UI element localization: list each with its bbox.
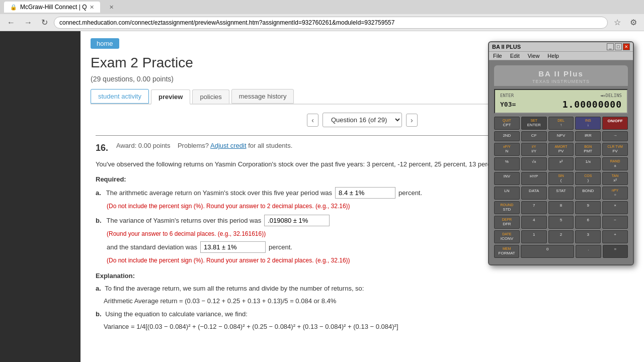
calc-display-screen: Y03= 1.00000000	[500, 99, 622, 110]
part-b-input[interactable]	[264, 215, 330, 226]
adjust-credit-link[interactable]: Adjust credit	[210, 142, 247, 149]
calc-sqrt[interactable]: √x	[521, 157, 547, 170]
tab-message-history[interactable]: message history	[231, 89, 294, 104]
calc-inv[interactable]: INV	[494, 172, 520, 185]
calc-plus[interactable]: +	[602, 230, 628, 243]
calc-hyp[interactable]: HYP	[521, 172, 547, 185]
explanation-a: a. To find the average return, we sum al…	[96, 284, 629, 294]
calc-7[interactable]: 7	[521, 201, 547, 214]
calc-row-8: DEPR DFR 4 5 6 −	[494, 216, 628, 229]
home-button[interactable]: home	[91, 38, 119, 49]
calc-title-buttons: _ □ ✕	[607, 43, 630, 50]
calc-menu-view[interactable]: View	[528, 53, 540, 59]
calc-sin[interactable]: SIN (	[548, 172, 574, 185]
question-select[interactable]: Question 16 (of 29)	[323, 113, 402, 127]
page-area: home Exam 2 Practice (29 questions, 0.00…	[80, 31, 644, 362]
calc-title: BA II PLUS	[492, 44, 521, 50]
calc-ln[interactable]: LN	[494, 187, 520, 200]
calc-depr[interactable]: DEPR DFR	[494, 216, 520, 229]
tab-policies[interactable]: policies	[192, 89, 229, 104]
calc-row-10: MEM FORMAT 0 . =	[494, 245, 628, 258]
calc-onoff[interactable]: ON/OFF	[602, 117, 628, 130]
settings-button[interactable]: ⚙	[627, 17, 640, 28]
part-b-text2: and the standard deviation was	[107, 243, 197, 251]
part-b-label: b.	[96, 217, 102, 224]
calc-irr[interactable]: IRR	[575, 131, 601, 141]
bookmark-button[interactable]: ☆	[611, 17, 624, 28]
calc-amort-pv[interactable]: AMORT PV	[548, 143, 574, 156]
calc-minimize-btn[interactable]: _	[607, 43, 614, 50]
calc-iy[interactable]: I/Y I/Y	[521, 143, 547, 156]
calc-menu-edit[interactable]: Edit	[510, 53, 520, 59]
calc-date[interactable]: DATE ICONV	[494, 230, 520, 243]
calc-data[interactable]: DATA	[521, 187, 547, 200]
calc-bond[interactable]: BOND	[575, 187, 601, 200]
calc-row-3: xP/Y N I/Y I/Y AMORT PV BGN PMT	[494, 143, 628, 156]
part-a-input[interactable]	[335, 187, 395, 199]
calc-8[interactable]: 8	[548, 201, 574, 214]
calc-round-std[interactable]: ROUND STD	[494, 201, 520, 214]
calc-tan[interactable]: TAN x²	[602, 172, 628, 185]
part-b-input2[interactable]	[200, 241, 266, 253]
calc-dot[interactable]: .	[576, 245, 601, 258]
tab-close-btn[interactable]: ✕	[90, 4, 94, 11]
calc-6[interactable]: 6	[575, 216, 601, 229]
part-a-label: a.	[96, 189, 101, 197]
browser-tab-inactive[interactable]: ✕	[100, 2, 120, 13]
calc-display: ENTER ◄+DELINS Y03= 1.00000000	[494, 89, 628, 114]
browser-navbar: ← → ↻ ☆ ⚙	[0, 14, 644, 31]
forward-button[interactable]: →	[21, 17, 35, 28]
question-number: 16.	[96, 143, 108, 153]
calc-npy[interactable]: nPY ÷	[602, 187, 628, 200]
tab-preview[interactable]: preview	[151, 89, 190, 105]
calc-minus[interactable]: −	[602, 216, 628, 229]
calc-xpy-n[interactable]: xP/Y N	[494, 143, 520, 156]
calc-0[interactable]: 0	[521, 245, 574, 258]
calc-row-7: ROUND STD 7 8 9 ×	[494, 201, 628, 214]
calc-row-4: % √x x² 1/x RAND ±	[494, 157, 628, 170]
calc-quit-cpt[interactable]: QUIT CPT	[494, 117, 520, 130]
calc-display-right: 1.00000000	[562, 99, 622, 110]
back-button[interactable]: ←	[4, 17, 18, 28]
calc-set-enter[interactable]: SET ENTER	[521, 117, 547, 130]
calc-bgn-pmt[interactable]: BGN PMT	[575, 143, 601, 156]
calc-multiply[interactable]: ×	[602, 201, 628, 214]
prev-question-button[interactable]: ‹	[307, 114, 318, 127]
calc-pct[interactable]: %	[494, 157, 520, 170]
calc-clrtvm-fv[interactable]: CLR TVM FV	[602, 143, 628, 156]
next-question-button[interactable]: ›	[406, 114, 418, 127]
calc-9[interactable]: 9	[575, 201, 601, 214]
calc-close-btn[interactable]: ✕	[623, 43, 630, 50]
calc-ins-down[interactable]: INS ↓	[575, 117, 601, 130]
calc-menu-help[interactable]: Help	[547, 53, 559, 59]
address-bar[interactable]	[54, 17, 608, 29]
calc-3[interactable]: 3	[575, 230, 601, 243]
calc-del-up[interactable]: DEL ↑	[548, 117, 574, 130]
calc-5[interactable]: 5	[548, 216, 574, 229]
calc-2[interactable]: 2	[548, 230, 574, 243]
calc-rand-posneg[interactable]: RAND ±	[602, 157, 628, 170]
calc-npv[interactable]: NPV	[548, 131, 574, 141]
calc-arrow-right[interactable]: →	[602, 131, 628, 141]
browser-tab-active[interactable]: 🔒 McGraw-Hill Connect | Q ✕	[4, 2, 100, 13]
calc-cf[interactable]: CF	[521, 131, 547, 141]
part-b-text: The variance of Yasmin's returns over th…	[107, 217, 262, 224]
calc-enter-label: ENTER	[500, 93, 514, 98]
calc-row-5: INV HYP SIN ( COS ) TAN x²	[494, 172, 628, 185]
tab-student-activity[interactable]: student activity	[91, 89, 149, 104]
calc-2nd[interactable]: 2ND	[494, 131, 520, 141]
calc-stat[interactable]: STAT	[548, 187, 574, 200]
calc-menu-file[interactable]: File	[493, 53, 502, 59]
calc-equals[interactable]: =	[603, 245, 628, 258]
reload-button[interactable]: ↻	[38, 17, 51, 28]
calc-brand: BA II Plus TEXAS INSTRUMENTS	[494, 65, 628, 86]
calc-1[interactable]: 1	[521, 230, 547, 243]
calc-sq[interactable]: x²	[548, 157, 574, 170]
calc-maximize-btn[interactable]: □	[615, 43, 622, 50]
calc-cos[interactable]: COS )	[575, 172, 601, 185]
tab-inactive-close[interactable]: ✕	[109, 4, 114, 11]
calc-4[interactable]: 4	[521, 216, 547, 229]
calc-mem[interactable]: MEM FORMAT	[494, 245, 519, 258]
explanation-b-text: Using the equation to calculate variance…	[105, 310, 248, 318]
calc-onex[interactable]: 1/x	[575, 157, 601, 170]
